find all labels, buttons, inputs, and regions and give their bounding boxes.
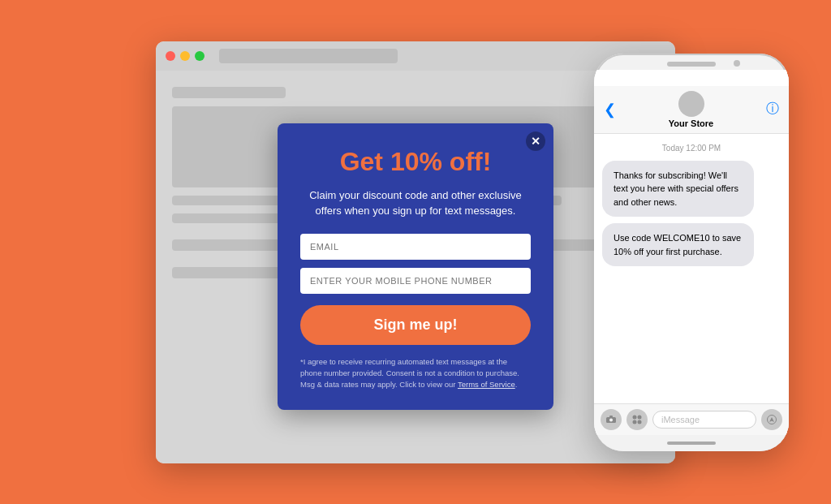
svg-rect-2 xyxy=(609,416,613,418)
svg-marker-8 xyxy=(769,417,774,422)
browser-addressbar xyxy=(219,49,398,63)
browser-dot-green[interactable] xyxy=(195,51,205,61)
imessage-avatar xyxy=(678,91,704,117)
phone-input[interactable] xyxy=(300,268,531,294)
phone-camera-dot xyxy=(734,60,740,67)
home-bar xyxy=(667,442,716,445)
terms-link[interactable]: Terms of Service xyxy=(458,380,515,389)
popup-modal: ✕ Get 10% off! Claim your discount code … xyxy=(278,123,553,411)
imessage-info-button[interactable]: ⓘ xyxy=(766,101,779,118)
imessage-back-button[interactable]: ❮ xyxy=(604,101,616,118)
phone-mockup: ❮ Your Store ⓘ Today 12:00 PM Thanks for… xyxy=(594,54,789,451)
imessage-text-input[interactable]: iMessage xyxy=(652,411,756,429)
imessage-header: ❮ Your Store ⓘ xyxy=(594,86,789,134)
imessage-bubble-1: Thanks for subscribing! We'll text you h… xyxy=(602,161,754,218)
email-input[interactable] xyxy=(300,234,531,260)
phone-notch xyxy=(667,62,716,67)
popup-title: Get 10% off! xyxy=(300,148,531,176)
browser-dot-yellow[interactable] xyxy=(180,51,190,61)
svg-point-1 xyxy=(609,419,613,422)
browser-bar-1 xyxy=(172,87,286,98)
popup-close-button[interactable]: ✕ xyxy=(526,131,545,151)
imessage-contact-name: Your Store xyxy=(616,118,766,128)
phone-screen: ❮ Your Store ⓘ Today 12:00 PM Thanks for… xyxy=(594,70,789,435)
phone-notch-area xyxy=(594,54,789,70)
imessage-send-button[interactable] xyxy=(761,409,782,430)
svg-point-6 xyxy=(638,420,642,424)
imessage-messages: Today 12:00 PM Thanks for subscribing! W… xyxy=(594,134,789,403)
imessage-contact: Your Store xyxy=(616,91,766,128)
phone-home-indicator xyxy=(594,435,789,451)
svg-point-4 xyxy=(638,415,642,419)
imessage-camera-button[interactable] xyxy=(601,409,622,430)
imessage-timestamp: Today 12:00 PM xyxy=(602,144,781,153)
svg-point-3 xyxy=(633,415,637,419)
popup-disclaimer: *I agree to receive recurring automated … xyxy=(300,356,531,391)
imessage-apps-button[interactable] xyxy=(626,409,648,430)
browser-dot-red[interactable] xyxy=(166,51,175,61)
imessage-bubble-2: Use code WELCOME10 to save 10% off your … xyxy=(602,223,754,266)
signup-button[interactable]: Sign me up! xyxy=(300,305,531,345)
phone-statusbar xyxy=(594,70,789,86)
scene: ATG ✕ Get 10% off! Claim your discount c… xyxy=(26,25,805,480)
imessage-input-row: iMessage xyxy=(594,403,789,435)
svg-point-5 xyxy=(633,420,637,424)
popup-subtitle: Claim your discount code and other exclu… xyxy=(300,187,531,219)
